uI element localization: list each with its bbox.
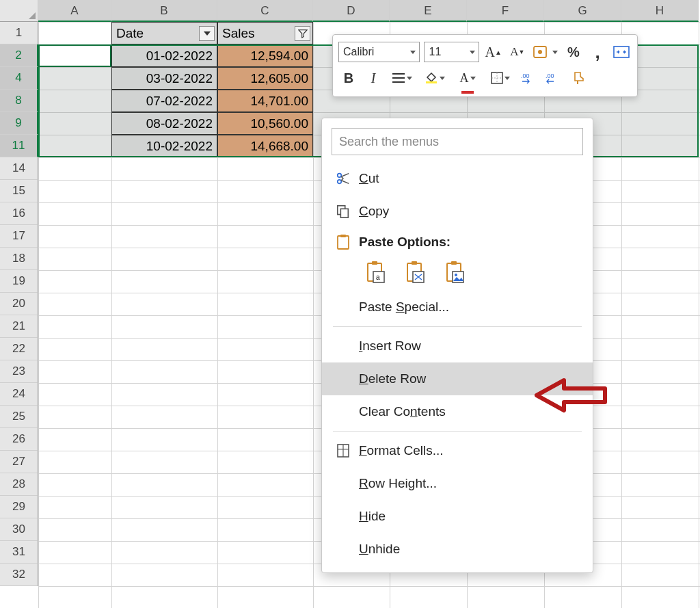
- row-header-23[interactable]: 23: [0, 360, 38, 383]
- cell-c8[interactable]: 14,701.00: [217, 90, 313, 112]
- row-header-1[interactable]: 1: [0, 22, 38, 44]
- format-painter-button[interactable]: [568, 68, 589, 88]
- paste-picture-button[interactable]: [442, 259, 468, 285]
- svg-rect-22: [451, 261, 457, 265]
- svg-point-8: [338, 174, 342, 177]
- row-header-2[interactable]: 2: [0, 44, 38, 67]
- column-header-b[interactable]: B: [111, 0, 217, 22]
- menu-unhide[interactable]: Unhide: [322, 533, 593, 566]
- row-header-18[interactable]: 18: [0, 248, 38, 270]
- row-header-15[interactable]: 15: [0, 180, 38, 202]
- menu-clear-contents[interactable]: Clear Contents: [322, 395, 593, 428]
- row-header-20[interactable]: 20: [0, 293, 38, 315]
- svg-rect-13: [340, 235, 346, 237]
- cell-c4[interactable]: 12,605.00: [217, 67, 313, 90]
- spreadsheet-viewport: ABCDEFGH 1248911141516171819202122232425…: [0, 0, 700, 608]
- menu-delete-row[interactable]: Delete Row: [322, 362, 593, 395]
- merge-center-button[interactable]: [612, 42, 632, 62]
- increase-decimal-button[interactable]: .00: [519, 68, 539, 88]
- menu-hide[interactable]: Hide: [322, 500, 593, 533]
- row-header-31[interactable]: 31: [0, 541, 38, 564]
- menu-paste-options-header: Paste Options:: [322, 228, 593, 256]
- row-header-25[interactable]: 25: [0, 406, 38, 428]
- row-header-29[interactable]: 29: [0, 496, 38, 518]
- column-header-d[interactable]: D: [313, 0, 390, 22]
- cell-c11[interactable]: 14,668.00: [217, 135, 313, 157]
- row-header-26[interactable]: 26: [0, 428, 38, 451]
- svg-rect-19: [412, 261, 417, 265]
- row-header-19[interactable]: 19: [0, 270, 38, 293]
- svg-text:.00: .00: [521, 72, 530, 79]
- svg-point-24: [455, 274, 457, 276]
- row-header-17[interactable]: 17: [0, 225, 38, 248]
- row-header-32[interactable]: 32: [0, 564, 38, 586]
- menu-copy[interactable]: Copy: [322, 195, 593, 228]
- cell-b4[interactable]: 03-02-2022: [111, 67, 217, 90]
- column-header-a[interactable]: A: [38, 0, 111, 22]
- column-header-h[interactable]: H: [621, 0, 699, 22]
- svg-rect-4: [461, 91, 474, 94]
- menu-insert-row[interactable]: Insert Row: [322, 330, 593, 362]
- paste-default-button[interactable]: a: [363, 259, 389, 285]
- font-family-select[interactable]: Calibri: [338, 42, 420, 62]
- cell-b9[interactable]: 08-02-2022: [111, 112, 217, 135]
- row-header-24[interactable]: 24: [0, 383, 38, 406]
- decrease-font-size-button[interactable]: A▼: [507, 42, 527, 62]
- percent-format-button[interactable]: %: [563, 42, 583, 62]
- column-header-f[interactable]: F: [467, 0, 544, 22]
- select-all-corner[interactable]: [0, 0, 38, 22]
- row-header-14[interactable]: 14: [0, 157, 38, 180]
- menu-format-cells[interactable]: Format Cells...: [322, 434, 593, 467]
- scissors-icon: [332, 171, 355, 186]
- column-header-g[interactable]: G: [544, 0, 621, 22]
- cell-c2[interactable]: 12,594.00: [217, 44, 313, 67]
- menu-cut[interactable]: Cut: [322, 162, 593, 195]
- context-menu: Search the menus Cut Copy Paste Options:…: [321, 118, 593, 573]
- font-color-button[interactable]: A: [453, 68, 482, 88]
- copy-icon: [332, 204, 355, 219]
- row-header-28[interactable]: 28: [0, 473, 38, 496]
- row-header-27[interactable]: 27: [0, 451, 38, 473]
- menu-search-input[interactable]: Search the menus: [332, 128, 583, 155]
- active-cell: [38, 44, 111, 67]
- svg-rect-12: [338, 236, 349, 249]
- row-header-21[interactable]: 21: [0, 315, 38, 338]
- column-header-c[interactable]: C: [217, 0, 313, 22]
- decrease-decimal-button[interactable]: .00: [543, 68, 564, 88]
- accounting-format-button[interactable]: [531, 42, 559, 62]
- filter-button-date[interactable]: [199, 26, 215, 41]
- row-header-16[interactable]: 16: [0, 202, 38, 225]
- svg-point-1: [538, 50, 542, 54]
- bold-button[interactable]: B: [338, 68, 359, 88]
- menu-row-height[interactable]: Row Height...: [322, 467, 593, 500]
- svg-text:a: a: [376, 274, 380, 281]
- cell-b2[interactable]: 01-02-2022: [111, 44, 217, 67]
- fill-color-button[interactable]: [420, 68, 449, 88]
- row-header-4[interactable]: 4: [0, 67, 38, 90]
- svg-point-9: [338, 180, 342, 184]
- increase-font-size-button[interactable]: A▲: [483, 42, 503, 62]
- align-button[interactable]: [388, 68, 416, 88]
- filter-button-sales[interactable]: [295, 26, 310, 41]
- row-header-22[interactable]: 22: [0, 338, 38, 360]
- paste-formulas-button[interactable]: [403, 259, 429, 285]
- font-size-value: 11: [429, 46, 441, 58]
- clipboard-icon: [332, 234, 355, 250]
- italic-button[interactable]: I: [363, 68, 383, 88]
- borders-button[interactable]: [486, 68, 515, 88]
- menu-paste-special[interactable]: Paste Special...: [322, 291, 593, 323]
- row-header-8[interactable]: 8: [0, 90, 38, 112]
- cell-b8[interactable]: 07-02-2022: [111, 90, 217, 112]
- svg-rect-11: [340, 209, 348, 217]
- row-header-11[interactable]: 11: [0, 135, 38, 157]
- menu-search-placeholder: Search the menus: [339, 135, 439, 149]
- svg-text:.00: .00: [546, 72, 554, 79]
- cell-b11[interactable]: 10-02-2022: [111, 135, 217, 157]
- row-header-9[interactable]: 9: [0, 112, 38, 135]
- column-header-e[interactable]: E: [390, 0, 467, 22]
- font-size-select[interactable]: 11: [424, 42, 479, 62]
- row-header-30[interactable]: 30: [0, 518, 38, 541]
- menu-paste-options-label: Paste Options:: [355, 235, 450, 250]
- cell-c9[interactable]: 10,560.00: [217, 112, 313, 135]
- comma-format-button[interactable]: ,: [588, 42, 608, 62]
